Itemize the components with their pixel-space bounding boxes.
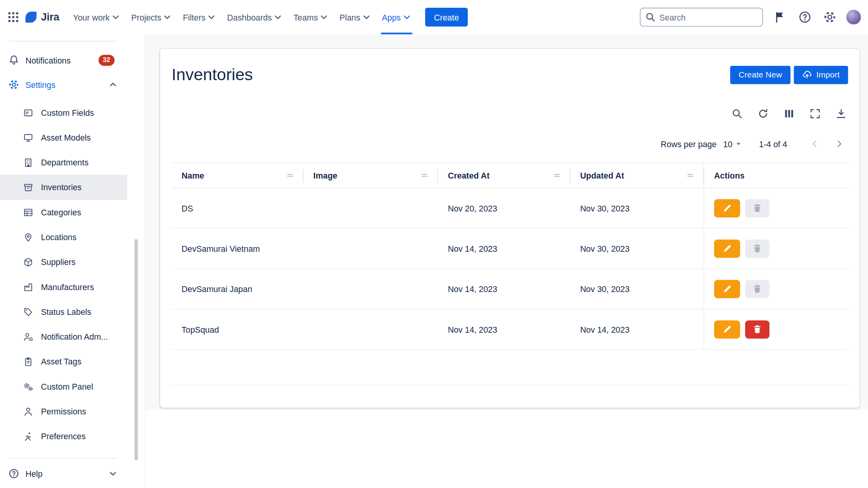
sidebar-scrollbar[interactable]: [134, 239, 138, 460]
column-header[interactable]: Updated At: [570, 163, 703, 187]
sidebar-item[interactable]: Locations: [0, 225, 127, 249]
column-resize-handle[interactable]: [686, 171, 695, 180]
sidebar-item[interactable]: Inventories: [0, 175, 127, 199]
chevron-down-icon: [163, 13, 172, 22]
chevron-down-icon: [111, 13, 120, 22]
cell-name: TopSquad: [172, 309, 303, 349]
cell-image: [303, 309, 438, 349]
search-button[interactable]: [730, 106, 744, 120]
sidebar-item[interactable]: Manufacturers: [0, 275, 127, 299]
delete-button[interactable]: [745, 280, 770, 298]
app-switcher-button[interactable]: [4, 8, 22, 26]
building-icon: [23, 157, 33, 167]
column-header[interactable]: Created At: [438, 163, 570, 187]
column-header[interactable]: Actions: [704, 163, 848, 187]
rows-per-page-select[interactable]: 10: [723, 139, 743, 149]
sidebar-item[interactable]: Custom Panel: [0, 374, 127, 399]
chevron-down-icon: [403, 13, 412, 22]
previous-page-button[interactable]: [806, 135, 824, 153]
sidebar-item[interactable]: Notification Adm...: [0, 324, 127, 349]
chevron-down-icon: [108, 469, 117, 478]
inventories-card: Inventories Create New Import: [160, 49, 860, 408]
jira-logo-text: Jira: [41, 11, 59, 23]
sidebar-item-notifications[interactable]: Notifications 32: [0, 48, 127, 72]
main-content: Inventories Create New Import: [146, 34, 868, 488]
sidebar-item-help[interactable]: Help: [0, 461, 127, 486]
gear-icon: [8, 79, 19, 90]
next-page-button[interactable]: [830, 135, 848, 153]
sidebar-footer: Help: [0, 458, 145, 488]
sidebar-item[interactable]: Asset Models: [0, 125, 127, 150]
cell-updated-at: Nov 30, 2023: [570, 269, 703, 309]
jira-logo-icon: [24, 10, 38, 24]
pencil-icon: [722, 284, 732, 294]
column-header[interactable]: Name: [172, 163, 303, 187]
sidebar-item-settings[interactable]: Settings: [0, 72, 127, 97]
nav-item[interactable]: Apps: [377, 0, 417, 34]
sidebar-item[interactable]: Permissions: [0, 399, 127, 424]
fullscreen-button[interactable]: [808, 106, 822, 120]
topbar-left: Jira Your work Projects Filters: [4, 0, 468, 34]
pencil-icon: [722, 203, 732, 213]
page-title: Inventories: [172, 65, 253, 84]
cell-updated-at: Nov 30, 2023: [570, 229, 703, 268]
bell-icon: [8, 55, 19, 66]
avatar[interactable]: [846, 9, 861, 25]
jira-logo[interactable]: Jira: [24, 10, 59, 24]
archive-icon: [23, 182, 33, 192]
sidebar-item[interactable]: Departments: [0, 150, 127, 175]
app-switcher-icon: [7, 10, 20, 24]
sidebar-item[interactable]: Custom Fields: [0, 100, 127, 125]
columns-button[interactable]: [782, 106, 796, 120]
delete-button[interactable]: [745, 199, 770, 217]
nav-item[interactable]: Filters: [178, 0, 221, 34]
create-button[interactable]: Create: [425, 8, 468, 27]
table-toolbar: [172, 106, 848, 120]
flag-icon: [773, 10, 787, 24]
viewport: Jira Your work Projects Filters: [0, 0, 868, 488]
sidebar-item[interactable]: Asset Tags: [0, 349, 127, 374]
column-header[interactable]: Image: [303, 163, 438, 187]
clipboard-icon: [23, 357, 33, 367]
create-new-button[interactable]: Create New: [730, 65, 790, 84]
nav-item[interactable]: Projects: [126, 0, 177, 34]
card-icon: [23, 108, 33, 118]
monitor-icon: [23, 132, 33, 143]
sidebar-item[interactable]: Suppliers: [0, 249, 127, 274]
chevron-down-icon: [320, 13, 329, 22]
delete-button[interactable]: [745, 320, 770, 338]
flag-button[interactable]: [771, 8, 789, 26]
sidebar-item[interactable]: Status Labels: [0, 299, 127, 324]
sidebar-item[interactable]: Preferences: [0, 424, 127, 448]
column-resize-handle[interactable]: [420, 171, 429, 180]
data-table: Name Image Created At: [172, 163, 848, 385]
settings-button[interactable]: [821, 8, 839, 26]
cell-name: DevSamurai Vietnam: [172, 229, 303, 268]
card-header: Inventories Create New Import: [172, 62, 848, 88]
nav-item[interactable]: Plans: [334, 0, 375, 34]
refresh-button[interactable]: [756, 106, 770, 120]
column-resize-handle[interactable]: [553, 171, 561, 180]
cell-actions: [704, 269, 848, 309]
download-button[interactable]: [834, 106, 848, 120]
edit-button[interactable]: [714, 320, 740, 338]
edit-button[interactable]: [714, 239, 740, 258]
search-input[interactable]: [640, 8, 763, 27]
cell-name: DS: [172, 188, 303, 228]
edit-button[interactable]: [714, 280, 740, 298]
gears-icon: [23, 381, 33, 392]
nav-item[interactable]: Your work: [68, 0, 125, 34]
column-resize-handle[interactable]: [286, 171, 294, 180]
cell-image: [303, 188, 438, 228]
nav-item[interactable]: Teams: [288, 0, 333, 34]
table-footer-divider: [172, 350, 848, 385]
pencil-icon: [722, 324, 732, 334]
delete-button[interactable]: [745, 239, 770, 258]
sidebar-item[interactable]: Categories: [0, 200, 127, 225]
edit-button[interactable]: [714, 199, 740, 217]
nav-item[interactable]: Dashboards: [222, 0, 287, 34]
help-button[interactable]: [796, 8, 814, 26]
gear-icon: [823, 10, 836, 24]
notifications-badge: 32: [98, 55, 115, 65]
import-button[interactable]: Import: [794, 65, 848, 84]
